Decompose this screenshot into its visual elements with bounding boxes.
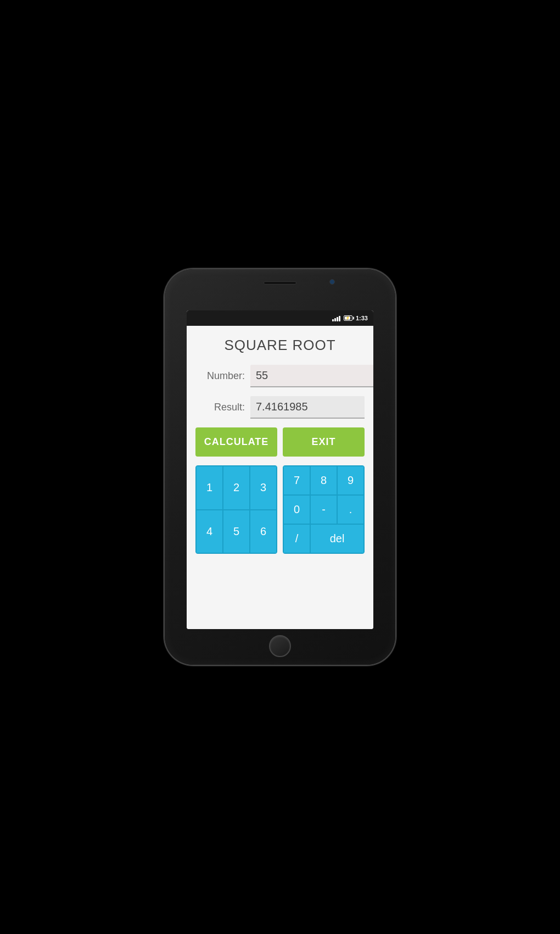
key-slash[interactable]: /: [283, 524, 310, 553]
key-4[interactable]: 4: [196, 510, 223, 554]
signal-icon: [332, 315, 340, 321]
key-minus[interactable]: -: [310, 495, 337, 524]
exit-button[interactable]: EXIT: [283, 427, 365, 457]
result-field: 7.4161985: [250, 396, 365, 419]
key-1[interactable]: 1: [196, 466, 223, 510]
key-9[interactable]: 9: [337, 466, 364, 495]
battery-icon: ⚡: [344, 315, 352, 321]
home-button[interactable]: [269, 635, 291, 657]
key-0[interactable]: 0: [283, 495, 310, 524]
number-row: Number:: [195, 365, 365, 387]
phone-screen: ⚡ 1:33 SQUARE ROOT Number: Result: 7.416…: [187, 310, 373, 629]
key-del[interactable]: del: [310, 524, 364, 553]
result-label: Result:: [195, 402, 245, 413]
number-input[interactable]: [250, 365, 373, 387]
result-row: Result: 7.4161985: [195, 396, 365, 419]
phone-camera: [329, 279, 335, 285]
phone-speaker: [264, 281, 296, 285]
keypad-right: 7 8 9 0 - . / del: [283, 465, 365, 554]
key-2[interactable]: 2: [223, 466, 250, 510]
phone-device: ⚡ 1:33 SQUARE ROOT Number: Result: 7.416…: [165, 269, 395, 665]
key-5[interactable]: 5: [223, 510, 250, 554]
status-bar: ⚡ 1:33: [187, 310, 373, 326]
number-label: Number:: [195, 370, 245, 382]
key-dot[interactable]: .: [337, 495, 364, 524]
key-3[interactable]: 3: [250, 466, 277, 510]
key-8[interactable]: 8: [310, 466, 337, 495]
app-content: SQUARE ROOT Number: Result: 7.4161985 CA…: [187, 326, 373, 629]
key-7[interactable]: 7: [283, 466, 310, 495]
keypad-section: 1 2 3 4 5 6 7 8 9 0 - . / del: [195, 465, 365, 554]
status-time: 1:33: [356, 315, 368, 321]
action-buttons: CALCULATE EXIT: [195, 427, 365, 457]
key-6[interactable]: 6: [250, 510, 277, 554]
calculate-button[interactable]: CALCULATE: [195, 427, 277, 457]
app-title: SQUARE ROOT: [195, 337, 365, 354]
keypad-left: 1 2 3 4 5 6: [195, 465, 277, 554]
